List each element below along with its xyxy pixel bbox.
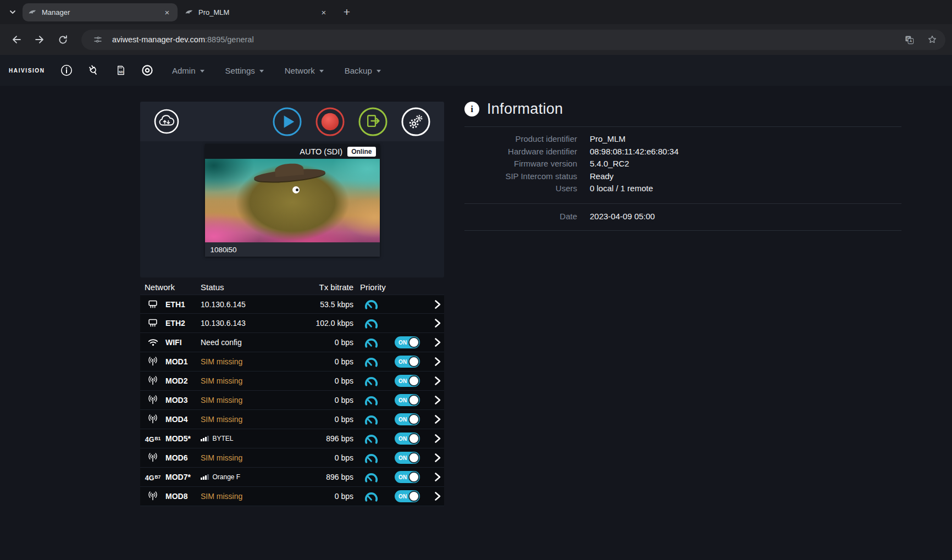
interface-on-toggle[interactable]: ON <box>395 471 420 483</box>
toggle-cell: ON <box>386 490 428 502</box>
input-label: AUTO (SDI) <box>300 147 342 156</box>
chevron-right-icon[interactable] <box>428 300 444 309</box>
toggle-knob <box>408 375 419 386</box>
live-export-button[interactable] <box>358 107 388 137</box>
aviwest-favicon <box>185 8 193 16</box>
network-row-mod1[interactable]: MOD1SIM missing0 bpsON <box>140 352 444 372</box>
status-badge: Online <box>347 147 375 157</box>
translate-icon[interactable]: GA <box>900 31 918 48</box>
interface-on-toggle[interactable]: ON <box>395 413 420 425</box>
site-settings-tune-icon[interactable] <box>89 31 107 48</box>
browser-tab-pro-mlm[interactable]: Pro_MLM × <box>179 3 334 21</box>
priority-gauge-icon[interactable] <box>356 356 386 368</box>
menu-network[interactable]: Network <box>285 66 324 75</box>
toggle-knob <box>408 491 419 502</box>
play-button[interactable] <box>272 107 302 137</box>
new-tab-button[interactable]: + <box>339 4 355 20</box>
menu-label: Backup <box>345 66 372 75</box>
toggle-knob <box>408 472 419 483</box>
interface-on-toggle[interactable]: ON <box>395 452 420 464</box>
record-button[interactable] <box>315 107 345 137</box>
interface-on-toggle[interactable]: ON <box>395 375 420 387</box>
close-tab-icon[interactable]: × <box>162 7 172 17</box>
cloud-connect-button[interactable] <box>153 108 180 135</box>
priority-gauge-icon[interactable] <box>356 298 386 311</box>
plug-icon[interactable] <box>86 63 101 77</box>
interface-on-toggle[interactable]: ON <box>395 433 420 445</box>
network-row-mod2[interactable]: MOD2SIM missing0 bpsON <box>140 372 444 391</box>
date-field: Date 2023-04-09 05:00 <box>464 210 901 223</box>
settings-gears-button[interactable] <box>401 107 431 137</box>
information-panel: i Information Product identifierPro_MLMH… <box>464 101 901 231</box>
toggle-knob <box>408 433 419 444</box>
priority-gauge-icon[interactable] <box>356 317 386 330</box>
page-title: Information <box>487 101 563 118</box>
antenna-icon <box>140 490 165 502</box>
tx-bitrate: 102.0 kbps <box>295 319 356 328</box>
chevron-right-icon[interactable] <box>428 414 444 424</box>
priority-gauge-icon[interactable] <box>356 375 386 387</box>
bookmark-star-icon[interactable] <box>923 31 941 48</box>
close-tab-icon[interactable]: × <box>319 7 329 17</box>
menu-settings[interactable]: Settings <box>225 66 264 75</box>
toggle-knob <box>408 414 419 425</box>
transport-toolbar <box>140 102 444 141</box>
sd-card-icon[interactable]: SD <box>113 63 128 77</box>
url-suffix: :8895/general <box>205 35 254 44</box>
interface-name: MOD5* <box>165 434 201 443</box>
toggle-label: ON <box>398 455 407 461</box>
network-row-eth1[interactable]: ETH110.130.6.14553.5 kbps <box>140 295 444 314</box>
info-icon[interactable] <box>59 63 74 77</box>
back-icon[interactable] <box>7 30 26 49</box>
priority-gauge-icon[interactable] <box>356 336 386 349</box>
interface-on-toggle[interactable]: ON <box>395 336 420 348</box>
interface-on-toggle[interactable]: ON <box>395 490 420 502</box>
chevron-right-icon[interactable] <box>428 395 444 405</box>
toggle-cell: ON <box>386 336 428 348</box>
network-row-mod8[interactable]: MOD8SIM missing0 bpsON <box>140 487 444 506</box>
chevron-right-icon[interactable] <box>428 453 444 463</box>
network-table-header: Network Status Tx bitrate Priority <box>140 279 444 295</box>
reload-icon[interactable] <box>53 30 73 49</box>
toggle-knob <box>408 337 419 348</box>
chevron-right-icon[interactable] <box>428 376 444 386</box>
interface-on-toggle[interactable]: ON <box>395 356 420 368</box>
priority-gauge-icon[interactable] <box>356 471 386 484</box>
network-row-mod6[interactable]: MOD6SIM missing0 bpsON <box>140 448 444 468</box>
chevron-right-icon[interactable] <box>428 318 444 328</box>
chevron-right-icon[interactable] <box>428 472 444 482</box>
priority-gauge-icon[interactable] <box>356 413 386 426</box>
video-thumbnail[interactable] <box>205 159 380 242</box>
toggle-label: ON <box>398 494 407 500</box>
window-chevron-down-icon[interactable] <box>4 8 21 16</box>
network-row-mod4[interactable]: MOD4SIM missing0 bpsON <box>140 410 444 429</box>
chevron-right-icon[interactable] <box>428 337 444 347</box>
priority-gauge-icon[interactable] <box>356 490 386 503</box>
priority-gauge-icon[interactable] <box>356 394 386 407</box>
priority-gauge-icon[interactable] <box>356 452 386 464</box>
tab-title: Manager <box>42 8 157 16</box>
disc-icon[interactable] <box>140 63 154 77</box>
interface-on-toggle[interactable]: ON <box>395 394 420 406</box>
chevron-right-icon[interactable] <box>428 491 444 501</box>
network-row-eth2[interactable]: ETH210.130.6.143102.0 kbps <box>140 314 444 333</box>
status-text: SIM missing <box>201 376 242 385</box>
chevron-right-icon[interactable] <box>428 434 444 443</box>
forward-icon[interactable] <box>30 30 49 49</box>
ethernet-icon <box>140 317 165 329</box>
interface-name: MOD4 <box>165 415 201 424</box>
network-row-mod3[interactable]: MOD3SIM missing0 bpsON <box>140 391 444 410</box>
interface-name: MOD1 <box>165 357 201 366</box>
menu-admin[interactable]: Admin <box>172 66 204 75</box>
address-bar[interactable]: aviwest-manager-dev.com:8895/general GA <box>81 30 945 50</box>
network-row-mod7[interactable]: 4GB7MOD7*Orange F896 bpsON <box>140 468 444 487</box>
interface-status: 10.130.6.143 <box>201 319 295 328</box>
network-row-mod5[interactable]: 4GB1MOD5*BYTEL896 bpsON <box>140 429 444 448</box>
video-preview-card[interactable]: AUTO (SDI) Online 1080i50 <box>205 144 380 257</box>
chevron-right-icon[interactable] <box>428 357 444 367</box>
menu-backup[interactable]: Backup <box>345 66 381 75</box>
priority-gauge-icon[interactable] <box>356 433 386 445</box>
browser-tab-manager[interactable]: Manager × <box>23 3 178 21</box>
network-row-wifi[interactable]: WIFINeed config0 bpsON <box>140 333 444 352</box>
tx-bitrate: 0 bps <box>295 453 356 462</box>
